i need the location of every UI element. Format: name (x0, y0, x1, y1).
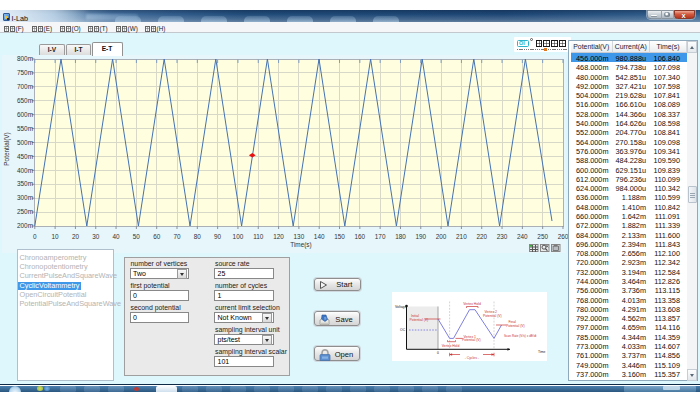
svg-text:70: 70 (173, 233, 181, 240)
svg-text:Potential (V): Potential (V) (409, 317, 428, 321)
svg-text:0: 0 (33, 233, 37, 240)
svg-text:230: 230 (497, 233, 508, 240)
svg-text:150: 150 (334, 233, 345, 240)
svg-text:20: 20 (72, 233, 80, 240)
svg-text:550m: 550m (17, 125, 33, 132)
svg-text:60: 60 (153, 233, 161, 240)
svg-text:650m: 650m (17, 97, 33, 104)
svg-text:210: 210 (456, 233, 467, 240)
svg-text:140: 140 (314, 233, 325, 240)
svg-text:OC: OC (400, 328, 406, 332)
svg-text:170: 170 (375, 233, 386, 240)
svg-text:200m: 200m (17, 222, 33, 229)
svg-text:0: 0 (437, 351, 439, 355)
svg-text:160: 160 (355, 233, 366, 240)
svg-text:90: 90 (214, 233, 222, 240)
svg-text:300m: 300m (17, 194, 33, 201)
svg-text:250: 250 (537, 233, 548, 240)
svg-text:450m: 450m (17, 153, 33, 160)
svg-text:10: 10 (52, 233, 60, 240)
svg-text:50: 50 (133, 233, 141, 240)
svg-text:Vertex Hold: Vertex Hold (463, 302, 481, 306)
svg-text:110: 110 (253, 233, 264, 240)
svg-text:Scan Rate (V/s) ± dE/dt: Scan Rate (V/s) ± dE/dt (504, 334, 537, 338)
svg-text:500m: 500m (17, 139, 33, 146)
svg-text:- Cycles -: - Cycles - (464, 356, 478, 360)
svg-text:220: 220 (476, 233, 487, 240)
svg-text:200: 200 (436, 233, 447, 240)
svg-text:30: 30 (92, 233, 100, 240)
svg-text:120: 120 (273, 233, 284, 240)
svg-text:190: 190 (415, 233, 426, 240)
svg-text:Potential (V): Potential (V) (462, 338, 481, 342)
svg-text:Potential (V): Potential (V) (483, 314, 502, 318)
svg-text:40: 40 (113, 233, 121, 240)
svg-text:80: 80 (194, 233, 202, 240)
svg-text:400m: 400m (17, 167, 33, 174)
svg-text:250m: 250m (17, 208, 33, 215)
svg-text:Potential(V): Potential(V) (3, 132, 11, 165)
svg-text:100: 100 (233, 233, 244, 240)
svg-text:Vertex Hold: Vertex Hold (441, 343, 459, 347)
svg-text:240: 240 (517, 233, 528, 240)
svg-text:Voltage: Voltage (395, 305, 406, 309)
svg-text:Potential (V): Potential (V) (506, 323, 525, 327)
svg-text:700m: 700m (17, 83, 33, 90)
svg-text:800m: 800m (17, 55, 33, 62)
svg-text:750m: 750m (17, 69, 33, 76)
svg-text:130: 130 (294, 233, 305, 240)
svg-text:Time(s): Time(s) (290, 241, 311, 249)
svg-text:350m: 350m (17, 180, 33, 187)
svg-text:Time: Time (538, 350, 546, 354)
svg-text:180: 180 (395, 233, 406, 240)
svg-text:600m: 600m (17, 111, 33, 118)
